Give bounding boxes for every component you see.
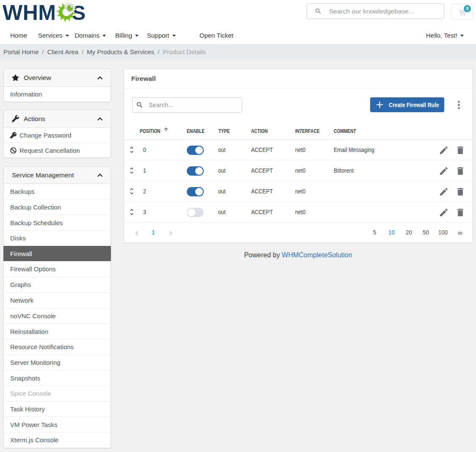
svg-text:WHM: WHM <box>3 1 56 25</box>
